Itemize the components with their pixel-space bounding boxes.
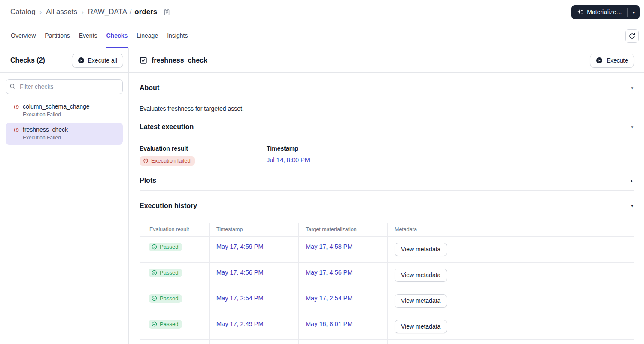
about-description: Evaluates freshness for targeted asset. (140, 105, 634, 112)
timestamp-link[interactable]: May 17, 4:59 PM (216, 243, 264, 250)
check-name: freshness_check (23, 126, 68, 133)
plots-heading: Plots (140, 177, 156, 184)
target-materialization-link[interactable]: May 17, 2:54 PM (306, 295, 353, 302)
tab-lineage[interactable]: Lineage (136, 24, 158, 48)
passed-badge-label: Passed (160, 269, 178, 276)
search-icon (9, 83, 16, 90)
refresh-button[interactable] (625, 29, 639, 43)
refresh-icon (629, 33, 635, 39)
view-metadata-button[interactable]: View metadata (395, 243, 447, 256)
checks-sidebar: Checks (2) Execute all (0, 48, 129, 344)
chevron-down-icon[interactable]: ▾ (630, 124, 634, 130)
filter-checks-field (6, 79, 123, 94)
passed-badge-label: Passed (160, 321, 178, 327)
chevron-down-icon[interactable]: ▾ (630, 85, 634, 91)
breadcrumb-separator-icon: › (40, 9, 42, 15)
result-cell: Passed (140, 288, 210, 314)
target-materialization-link[interactable]: May 16, 8:01 PM (306, 320, 353, 327)
check-item-text: column_schema_change Execution Failed (23, 103, 90, 118)
result-cell: Passed (140, 237, 210, 262)
target-cell: May 16, 8:01 PM (299, 314, 388, 339)
timestamp-label: Timestamp (267, 145, 634, 152)
evaluation-result-field: Evaluation result (140, 145, 267, 166)
tab-overview[interactable]: Overview (10, 24, 36, 48)
check-status: Execution Failed (23, 112, 90, 118)
table-row: Passed May 17, 2:49 PM May 16, 8:01 PM V… (140, 314, 634, 340)
chevron-right-icon[interactable]: ▸ (630, 178, 634, 184)
breadcrumb-group[interactable]: RAW_DATA (88, 8, 127, 16)
top-bar: Catalog › All assets › RAW_DATA / orders (0, 0, 644, 24)
check-circle-icon (152, 270, 157, 275)
breadcrumb-catalog[interactable]: Catalog (10, 8, 36, 16)
tab-checks[interactable]: Checks (106, 24, 128, 48)
column-header-timestamp: Timestamp (210, 223, 299, 236)
evaluation-result-label: Evaluation result (140, 145, 267, 152)
sidebar-header: Checks (2) Execute all (0, 48, 128, 73)
execution-history-section-header: Execution history ▾ (140, 191, 634, 216)
breadcrumb-separator-icon: › (82, 9, 84, 15)
target-cell: May 17, 4:58 PM (299, 237, 388, 262)
copy-clipboard-icon[interactable] (163, 9, 170, 16)
check-circle-icon (152, 244, 157, 250)
passed-badge-label: Passed (160, 244, 178, 250)
target-materialization-link[interactable]: May 17, 4:58 PM (306, 243, 353, 250)
execution-failed-icon (13, 104, 19, 118)
execution-history-table: Evaluation result Timestamp Target mater… (140, 223, 634, 344)
content-split: Checks (2) Execute all (0, 48, 644, 344)
check-list-item-column-schema-change[interactable]: column_schema_change Execution Failed (6, 100, 123, 121)
latest-execution-details: Evaluation result (140, 145, 634, 166)
view-metadata-button[interactable]: View metadata (395, 320, 447, 333)
materialize-dropdown-button[interactable]: ▾ (628, 5, 640, 19)
check-detail-panel: freshness_check Execute About ▾ (129, 48, 644, 344)
timestamp-cell: May 17, 4:59 PM (210, 237, 299, 262)
metadata-cell: View metadata (388, 288, 634, 314)
timestamp-link[interactable]: May 17, 2:54 PM (216, 295, 264, 302)
timestamp-link[interactable]: May 17, 4:56 PM (216, 269, 264, 276)
check-list-item-freshness-check[interactable]: freshness_check Execution Failed (6, 123, 123, 145)
column-header-metadata: Metadata (388, 223, 634, 236)
checks-list: column_schema_change Execution Failed (6, 100, 123, 145)
passed-badge: Passed (149, 243, 182, 251)
target-materialization-link[interactable]: May 17, 4:56 PM (306, 269, 353, 276)
check-item-text: freshness_check Execution Failed (23, 126, 68, 141)
table-row: Passed May 17, 4:59 PM May 17, 4:58 PM V… (140, 237, 634, 263)
check-name: column_schema_change (23, 103, 90, 110)
check-circle-icon (152, 296, 157, 301)
tab-events[interactable]: Events (79, 24, 98, 48)
metadata-cell: View metadata (388, 314, 634, 339)
timestamp-cell: May 17, 4:56 PM (210, 263, 299, 288)
breadcrumb-all-assets[interactable]: All assets (46, 8, 77, 16)
latest-execution-section-header: Latest execution ▾ (140, 112, 634, 137)
check-detail-body: About ▾ Evaluates freshness for targeted… (129, 73, 644, 344)
table-row: Passed May 17, 4:56 PM May 17, 4:56 PM V… (140, 263, 634, 288)
execution-failed-icon (13, 127, 19, 141)
play-circle-icon (78, 57, 85, 64)
passed-badge: Passed (149, 269, 182, 277)
execution-history-heading: Execution history (140, 202, 197, 210)
target-cell: May 17, 2:54 PM (299, 288, 388, 314)
materialize-button[interactable]: Materialize… (571, 5, 627, 19)
timestamp-link[interactable]: May 17, 2:49 PM (216, 320, 264, 327)
tab-insights[interactable]: Insights (167, 24, 188, 48)
chevron-down-icon: ▾ (632, 10, 635, 15)
execute-all-button[interactable]: Execute all (72, 54, 123, 68)
asset-tabs: Overview Partitions Events Checks Lineag… (0, 24, 644, 48)
tab-partitions[interactable]: Partitions (44, 24, 70, 48)
execute-button[interactable]: Execute (590, 54, 634, 68)
execute-label: Execute (606, 57, 628, 64)
result-cell: Passed (140, 314, 210, 339)
table-row-partial (140, 340, 634, 344)
latest-timestamp-link[interactable]: Jul 14, 8:00 PM (267, 157, 310, 163)
breadcrumb: Catalog › All assets › RAW_DATA / orders (10, 8, 170, 16)
sparkles-icon (577, 9, 583, 15)
view-metadata-button[interactable]: View metadata (395, 269, 447, 282)
chevron-down-icon[interactable]: ▾ (630, 203, 634, 209)
breadcrumb-slash: / (130, 8, 132, 16)
view-metadata-button[interactable]: View metadata (395, 294, 447, 308)
column-header-evaluation-result: Evaluation result (140, 223, 210, 236)
breadcrumb-asset-path: RAW_DATA / orders (88, 8, 158, 16)
play-circle-icon (596, 57, 603, 64)
passed-badge: Passed (149, 294, 182, 303)
filter-checks-input[interactable] (6, 79, 123, 94)
about-heading: About (140, 84, 159, 92)
